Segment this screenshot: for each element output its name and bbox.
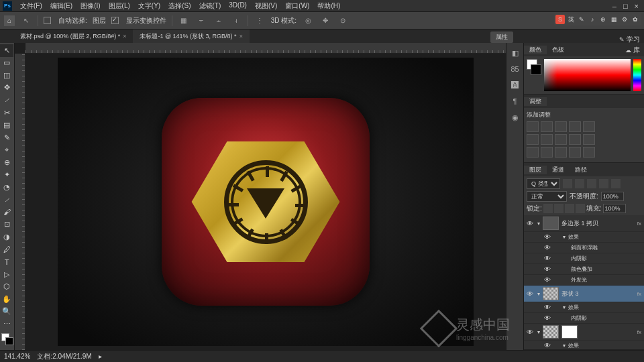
ime-pen-icon[interactable]: ✎ bbox=[577, 15, 586, 24]
tool-20[interactable]: ✋ bbox=[0, 293, 13, 306]
library-button[interactable]: ☁ 库 bbox=[625, 46, 640, 55]
adj-thresh-icon[interactable] bbox=[555, 147, 567, 158]
visibility-icon[interactable]: 👁 bbox=[527, 290, 535, 298]
lock-all-icon[interactable] bbox=[576, 204, 585, 213]
hue-slider[interactable] bbox=[633, 59, 641, 91]
layer-thumbnail[interactable] bbox=[543, 325, 559, 339]
adj-curves-icon[interactable] bbox=[555, 121, 567, 132]
visibility-icon[interactable]: 👁 bbox=[544, 233, 552, 241]
layer-name[interactable]: 形状 3 bbox=[561, 290, 635, 298]
filter-pixel-icon[interactable] bbox=[563, 179, 572, 188]
filter-smart-icon[interactable] bbox=[611, 179, 621, 188]
layer-list[interactable]: 👁▾多边形 1 拷贝fx👁▾效果👁斜面和浮雕👁内阴影👁颜色叠加👁外发光👁▾形状 … bbox=[524, 215, 644, 349]
fill-input[interactable] bbox=[603, 204, 626, 213]
fx-badge[interactable]: fx bbox=[637, 329, 641, 335]
fx-badge[interactable]: fx bbox=[637, 291, 641, 297]
align-icon[interactable]: ▦ bbox=[178, 15, 190, 27]
adj-lookup-icon[interactable] bbox=[583, 134, 595, 145]
layer-effect-row[interactable]: 👁颜色叠加 bbox=[524, 264, 644, 275]
layer-name[interactable]: 多边形 1 拷贝 bbox=[561, 219, 635, 228]
maximize-button[interactable]: □ bbox=[623, 2, 628, 10]
layer-thumbnail[interactable] bbox=[543, 287, 559, 300]
tool-14[interactable]: ⊡ bbox=[0, 219, 13, 231]
filter-type-icon[interactable] bbox=[587, 179, 596, 188]
layer-row[interactable]: 👁▾形状 3fx bbox=[524, 286, 644, 302]
menu-W[interactable]: 窗口(W) bbox=[281, 1, 313, 11]
home-icon[interactable]: ⌂ bbox=[4, 15, 15, 26]
transform-checkbox[interactable] bbox=[111, 17, 119, 24]
expand-icon[interactable]: ▾ bbox=[537, 221, 540, 227]
ime-skin-icon[interactable]: ✿ bbox=[631, 15, 640, 24]
properties-button[interactable]: 属性 bbox=[490, 32, 513, 43]
tool-11[interactable]: ◔ bbox=[0, 181, 13, 194]
doc-tab-1[interactable]: 未标题-1 @ 141% (形状 3, RGB/8) * × bbox=[133, 29, 249, 43]
color-spectrum[interactable] bbox=[544, 59, 631, 91]
menu-L[interactable]: 图层(L) bbox=[105, 1, 134, 11]
collapsed-panel-4[interactable]: ◉ bbox=[508, 110, 522, 125]
tab-swatches[interactable]: 色板 bbox=[547, 46, 570, 54]
menu-E[interactable]: 编辑(E) bbox=[46, 1, 76, 11]
lock-pos-icon[interactable] bbox=[565, 204, 574, 213]
expand-icon[interactable]: ▾ bbox=[537, 329, 540, 335]
adj-mixer-icon[interactable] bbox=[569, 134, 581, 145]
adj-bw-icon[interactable] bbox=[541, 134, 553, 145]
layer-effect-row[interactable]: 👁斜面和浮雕 bbox=[524, 243, 644, 253]
filter-adj-icon[interactable] bbox=[575, 179, 584, 188]
filter-shape-icon[interactable] bbox=[599, 179, 608, 188]
zoom-3d-icon[interactable]: ⊙ bbox=[337, 15, 349, 27]
menu-T[interactable]: 滤镜(T) bbox=[195, 1, 225, 11]
tool-6[interactable]: ▤ bbox=[0, 119, 13, 131]
fx-badge[interactable]: fx bbox=[637, 221, 641, 227]
lock-pixel-icon[interactable] bbox=[554, 204, 564, 213]
orbit-icon[interactable]: ◎ bbox=[302, 15, 314, 27]
canvas-area[interactable] bbox=[15, 43, 506, 350]
blend-mode-dropdown[interactable]: 正常 bbox=[527, 191, 567, 202]
layer-effect-row[interactable]: 👁外发光 bbox=[524, 275, 644, 286]
expand-icon[interactable]: ▾ bbox=[537, 291, 540, 297]
tool-22[interactable]: ⋯ bbox=[0, 318, 13, 330]
layer-thumbnail[interactable] bbox=[543, 217, 559, 230]
tab-channels[interactable]: 通道 bbox=[547, 166, 570, 174]
menu-V[interactable]: 视图(V) bbox=[251, 1, 281, 11]
layer-effect-row[interactable]: 👁内阴影 bbox=[524, 313, 644, 324]
menu-F[interactable]: 文件(F) bbox=[16, 1, 46, 11]
ruler-horizontal[interactable] bbox=[25, 43, 506, 54]
menu-DD[interactable]: 3D(D) bbox=[225, 1, 251, 11]
tool-21[interactable]: 🔍 bbox=[0, 305, 13, 318]
layer-effect-row[interactable]: 👁▾效果 bbox=[524, 302, 644, 313]
collapsed-panel-2[interactable]: 🅰 bbox=[508, 78, 522, 93]
collapsed-panel-0[interactable]: ◧ bbox=[508, 46, 522, 60]
visibility-icon[interactable]: 👁 bbox=[544, 342, 552, 349]
adj-exposure-icon[interactable] bbox=[569, 121, 581, 132]
tool-0[interactable]: ↖ bbox=[0, 44, 13, 57]
ime-lang[interactable]: 英 bbox=[566, 15, 576, 24]
collapsed-panel-1[interactable]: 85 bbox=[508, 62, 522, 76]
layer-effect-row[interactable]: 👁内阴影 bbox=[524, 253, 644, 264]
auto-select-dropdown[interactable]: 图层 bbox=[93, 16, 106, 25]
visibility-icon[interactable]: 👁 bbox=[544, 314, 552, 322]
menu-Y[interactable]: 文字(Y) bbox=[134, 1, 164, 11]
tool-5[interactable]: ✂ bbox=[0, 107, 13, 119]
adj-grad-icon[interactable] bbox=[569, 147, 581, 158]
layer-row[interactable]: 👁▾fx bbox=[524, 324, 644, 341]
collapsed-panel-3[interactable]: ¶ bbox=[508, 94, 522, 109]
tab-layers[interactable]: 图层 bbox=[524, 166, 547, 174]
bg-swatch[interactable] bbox=[5, 337, 13, 345]
expand-icon[interactable]: ▾ bbox=[563, 304, 566, 310]
layer-effect-row[interactable]: 👁▾效果 bbox=[524, 341, 644, 349]
tab-close-icon[interactable]: × bbox=[123, 33, 126, 40]
menu-H[interactable]: 帮助(H) bbox=[313, 1, 344, 11]
tool-17[interactable]: T bbox=[0, 255, 13, 268]
close-button[interactable]: × bbox=[635, 2, 639, 10]
visibility-icon[interactable]: 👁 bbox=[544, 304, 552, 311]
zoom-level[interactable]: 141.42% bbox=[4, 353, 30, 360]
layer-row[interactable]: 👁▾多边形 1 拷贝fx bbox=[524, 215, 644, 232]
pan-icon[interactable]: ✥ bbox=[319, 15, 331, 27]
tool-18[interactable]: ▷ bbox=[0, 268, 13, 281]
tool-9[interactable]: ⊕ bbox=[0, 156, 13, 169]
opacity-input[interactable] bbox=[601, 192, 624, 201]
tool-8[interactable]: ⌖ bbox=[0, 143, 13, 156]
adj-photo-icon[interactable] bbox=[555, 134, 567, 145]
tool-1[interactable]: ▭ bbox=[0, 57, 13, 70]
tab-paths[interactable]: 路径 bbox=[570, 166, 592, 174]
